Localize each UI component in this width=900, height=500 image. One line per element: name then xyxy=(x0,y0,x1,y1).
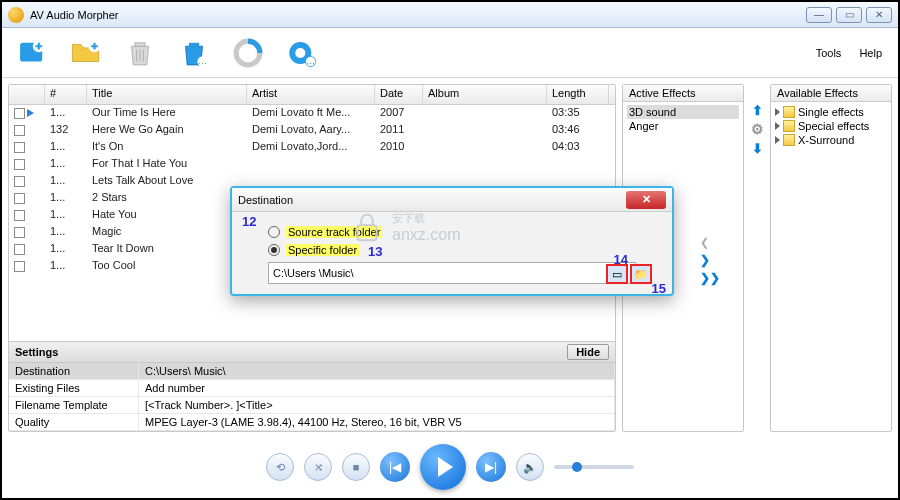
add-file-button[interactable] xyxy=(12,33,52,73)
toolbar: … … Tools Help xyxy=(2,28,898,78)
svg-text:…: … xyxy=(198,56,207,66)
move-down-icon[interactable]: ⬇ xyxy=(749,140,765,156)
table-row[interactable]: 132Here We Go AgainDemi Lovato, Aary...2… xyxy=(9,122,615,139)
col-title[interactable]: Title xyxy=(87,85,247,104)
settings-header: Settings Hide xyxy=(9,341,615,363)
add-folder-button[interactable] xyxy=(66,33,106,73)
chevron-right-icon xyxy=(775,122,780,130)
transfer-arrows: ❮ ❯ ❯❯ xyxy=(700,236,720,285)
app-icon xyxy=(8,7,24,23)
available-effects-panel: Available Effects Single effectsSpecial … xyxy=(770,84,892,432)
svg-text:…: … xyxy=(306,56,315,66)
col-artist[interactable]: Artist xyxy=(247,85,375,104)
specific-folder-label[interactable]: Specific folder xyxy=(286,244,359,256)
specific-folder-radio[interactable] xyxy=(268,244,280,256)
col-album[interactable]: Album xyxy=(423,85,547,104)
gear-icon[interactable]: ⚙ xyxy=(749,121,765,137)
setting-quality-value[interactable]: MPEG Layer-3 (LAME 3.98.4), 44100 Hz, St… xyxy=(139,414,615,431)
setting-existing-value[interactable]: Add number xyxy=(139,380,615,397)
help-menu[interactable]: Help xyxy=(859,47,882,59)
browse-button[interactable]: ▭ xyxy=(606,264,628,284)
setting-destination-value[interactable]: C:\Users\ Music\ xyxy=(139,363,615,380)
table-row[interactable]: 1...Our Time Is HereDemi Lovato ft Me...… xyxy=(9,105,615,122)
tree-item[interactable]: X-Surround xyxy=(775,133,887,147)
tree-item[interactable]: Single effects xyxy=(775,105,887,119)
clear-button[interactable]: … xyxy=(174,33,214,73)
col-date[interactable]: Date xyxy=(375,85,423,104)
source-folder-radio[interactable] xyxy=(268,226,280,238)
setting-quality-label[interactable]: Quality xyxy=(9,414,139,431)
table-row[interactable]: 1...For That I Hate You xyxy=(9,156,615,173)
volume-slider[interactable] xyxy=(554,465,634,469)
table-row[interactable]: 1...It's OnDemi Lovato,Jord...2010 04:03 xyxy=(9,139,615,156)
mute-button[interactable]: 🔈 xyxy=(516,453,544,481)
active-effects-header: Active Effects xyxy=(623,85,743,102)
folder-icon xyxy=(783,106,795,118)
minimize-button[interactable]: — xyxy=(806,7,832,23)
svg-point-7 xyxy=(295,47,305,57)
tree-item[interactable]: Special effects xyxy=(775,119,887,133)
col-num[interactable]: # xyxy=(45,85,87,104)
maximize-button[interactable]: ▭ xyxy=(836,7,862,23)
dialog-title: Destination xyxy=(238,194,293,206)
folder-icon xyxy=(783,134,795,146)
list-item[interactable]: 3D sound xyxy=(627,105,739,119)
setting-template-value[interactable]: [<Track Number>. ]<Title> xyxy=(139,397,615,414)
source-folder-label[interactable]: Source track folder xyxy=(286,226,382,238)
folder-icon xyxy=(783,120,795,132)
morph-button[interactable] xyxy=(228,33,268,73)
hide-button[interactable]: Hide xyxy=(567,344,609,360)
dialog-close-button[interactable]: ✕ xyxy=(626,191,666,209)
stop-button[interactable]: ■ xyxy=(342,453,370,481)
available-effects-header: Available Effects xyxy=(771,85,891,102)
annotation-14: 14 xyxy=(614,252,628,267)
arrow-right-icon[interactable]: ❯ xyxy=(700,253,720,267)
annotation-12: 12 xyxy=(242,214,256,229)
close-button[interactable]: ✕ xyxy=(866,7,892,23)
titlebar: AV Audio Morpher — ▭ ✕ xyxy=(2,2,898,28)
next-button[interactable]: ▶| xyxy=(476,452,506,482)
destination-dialog: Destination ✕ Source track folder Specif… xyxy=(230,186,674,296)
move-up-icon[interactable]: ⬆ xyxy=(749,102,765,118)
annotation-13: 13 xyxy=(368,244,382,259)
prev-button[interactable]: |◀ xyxy=(380,452,410,482)
chevron-right-icon xyxy=(775,136,780,144)
setting-existing-label[interactable]: Existing Files xyxy=(9,380,139,397)
shuffle-button[interactable]: ⤨ xyxy=(304,453,332,481)
delete-button[interactable] xyxy=(120,33,160,73)
annotation-15: 15 xyxy=(652,281,666,296)
setting-template-label[interactable]: Filename Template xyxy=(9,397,139,414)
player-bar: ⟲ ⤨ ■ |◀ ▶| 🔈 xyxy=(2,442,898,492)
arrow-right-all-icon[interactable]: ❯❯ xyxy=(700,271,720,285)
play-button[interactable] xyxy=(420,444,466,490)
open-folder-button[interactable]: 📁 xyxy=(630,264,652,284)
settings-button[interactable]: … xyxy=(282,33,322,73)
setting-destination-label[interactable]: Destination xyxy=(9,363,139,380)
arrow-left-icon[interactable]: ❮ xyxy=(700,236,720,249)
chevron-right-icon xyxy=(775,108,780,116)
col-length[interactable]: Length xyxy=(547,85,609,104)
app-title: AV Audio Morpher xyxy=(30,9,118,21)
tools-menu[interactable]: Tools xyxy=(816,47,842,59)
path-input[interactable]: C:\Users \Music\ xyxy=(268,262,636,284)
repeat-button[interactable]: ⟲ xyxy=(266,453,294,481)
list-item[interactable]: Anger xyxy=(627,119,739,133)
